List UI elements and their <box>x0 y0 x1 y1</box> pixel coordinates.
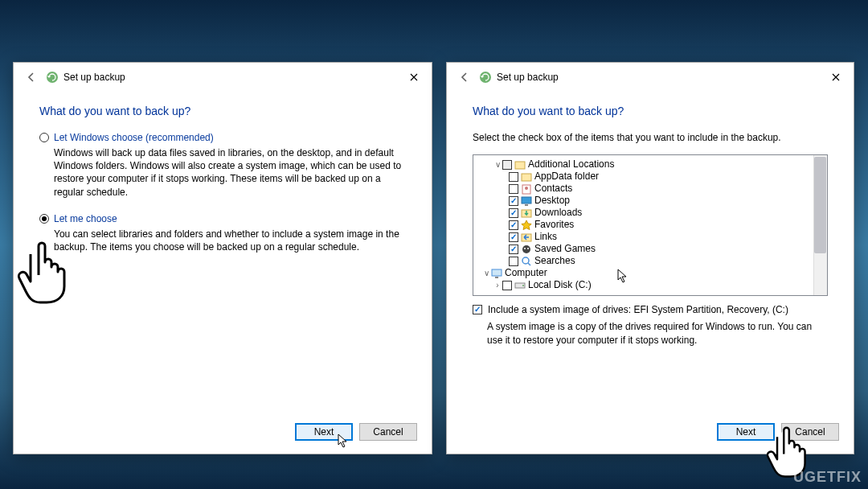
search-icon <box>521 256 532 267</box>
tree-label: Computer <box>505 267 547 279</box>
svg-rect-14 <box>492 269 502 276</box>
tree-label: Downloads <box>534 207 582 219</box>
include-system-image[interactable]: Include a system image of drives: EFI Sy… <box>473 304 828 315</box>
svg-point-11 <box>524 248 526 249</box>
locations-icon <box>514 159 526 171</box>
tree-inner: ∨ Additional Locations AppData folderCon… <box>473 155 827 294</box>
radio-icon <box>39 133 49 142</box>
checkbox-icon[interactable] <box>502 160 512 170</box>
collapse-icon[interactable]: ∨ <box>481 267 491 279</box>
scrollbar[interactable] <box>813 155 827 295</box>
svg-point-10 <box>522 245 530 253</box>
tree-node-computer[interactable]: ∨ Computer <box>475 267 825 279</box>
page-heading: What do you want to back up? <box>39 105 406 117</box>
window-title: Set up backup <box>63 72 125 83</box>
tree-node-local-disk[interactable]: › Local Disk (C:) <box>475 279 825 291</box>
checkbox-icon[interactable] <box>509 220 518 230</box>
svg-rect-7 <box>525 204 528 206</box>
svg-point-5 <box>525 187 528 190</box>
svg-point-12 <box>527 248 529 249</box>
cancel-button[interactable]: Cancel <box>781 423 839 441</box>
links-icon <box>521 232 532 243</box>
backup-icon <box>479 71 492 84</box>
option-let-me-choose[interactable]: Let me choose <box>39 213 406 224</box>
cancel-button[interactable]: Cancel <box>359 423 417 441</box>
tree-label: Searches <box>534 255 575 267</box>
content-area: What do you want to back up? Let Windows… <box>14 92 432 253</box>
backup-items-tree[interactable]: ∨ Additional Locations AppData folderCon… <box>473 154 828 296</box>
tree-item[interactable]: Favorites <box>475 219 825 231</box>
svg-point-13 <box>522 257 529 264</box>
checkbox-icon[interactable] <box>502 281 512 290</box>
radio-icon <box>39 214 49 224</box>
tree-item[interactable]: Saved Games <box>475 243 825 255</box>
checkbox-icon[interactable] <box>509 208 518 218</box>
next-label: Next <box>736 426 756 438</box>
tree-label: Saved Games <box>534 243 596 255</box>
tree-item[interactable]: Downloads <box>475 207 825 219</box>
system-image-description: A system image is a copy of the drives r… <box>487 320 828 347</box>
folder-icon <box>521 171 532 183</box>
back-arrow-icon[interactable] <box>23 69 39 85</box>
svg-rect-2 <box>515 162 525 169</box>
backup-wizard-step1: Set up backup What do you want to back u… <box>13 62 432 454</box>
expand-icon[interactable]: › <box>493 279 502 291</box>
tree-item[interactable]: Searches <box>475 255 825 267</box>
checkbox-icon[interactable] <box>509 257 518 266</box>
contacts-icon <box>521 183 532 195</box>
titlebar: Set up backup <box>447 63 854 92</box>
drive-icon <box>514 280 526 291</box>
collapse-icon[interactable]: ∨ <box>493 158 502 171</box>
svg-point-17 <box>522 285 524 286</box>
tree-label: Additional Locations <box>528 158 614 171</box>
svg-rect-15 <box>495 277 498 278</box>
option1-description: Windows will back up data files saved in… <box>54 146 406 199</box>
button-row: Next Cancel <box>717 423 839 441</box>
cancel-label: Cancel <box>373 426 403 438</box>
desktop-icon <box>521 195 532 207</box>
titlebar: Set up backup <box>14 63 432 92</box>
tree-label: Contacts <box>534 183 572 195</box>
checkbox-icon[interactable] <box>473 305 482 314</box>
next-button[interactable]: Next <box>717 423 775 441</box>
checkbox-icon[interactable] <box>509 196 518 206</box>
scrollbar-thumb[interactable] <box>814 157 826 253</box>
page-heading: What do you want to back up? <box>473 105 828 117</box>
next-label: Next <box>314 426 334 438</box>
watermark: UGETFIX <box>793 469 862 486</box>
tree-item[interactable]: Links <box>475 231 825 243</box>
option2-description: You can select libraries and folders and… <box>54 228 406 253</box>
games-icon <box>521 244 532 255</box>
option-let-windows-choose[interactable]: Let Windows choose (recommended) <box>39 132 406 143</box>
close-button[interactable] <box>825 69 847 85</box>
tree-label: Favorites <box>534 219 574 231</box>
tree-label: Desktop <box>534 195 570 207</box>
cancel-label: Cancel <box>795 426 825 438</box>
tree-item[interactable]: AppData folder <box>475 171 825 183</box>
window-title: Set up backup <box>497 72 559 83</box>
backup-icon <box>46 71 59 84</box>
checkbox-icon[interactable] <box>509 184 518 194</box>
button-row: Next Cancel <box>295 423 417 441</box>
tree-label: Links <box>534 231 557 243</box>
tree-item[interactable]: Contacts <box>475 183 825 195</box>
downloads-icon <box>521 208 532 219</box>
radio-label: Let me choose <box>54 213 117 224</box>
checkbox-icon[interactable] <box>509 172 518 182</box>
tree-item[interactable]: Desktop <box>475 195 825 207</box>
back-arrow-icon[interactable] <box>457 69 473 85</box>
tree-label: Local Disk (C:) <box>528 279 592 291</box>
instruction-text: Select the check box of the items that y… <box>473 132 828 143</box>
tree-label: AppData folder <box>534 171 599 183</box>
close-button[interactable] <box>403 69 425 85</box>
content-area: What do you want to back up? Select the … <box>447 92 854 347</box>
tree-node-additional-locations[interactable]: ∨ Additional Locations <box>475 158 825 171</box>
checkbox-icon[interactable] <box>509 244 518 254</box>
svg-rect-3 <box>522 174 531 181</box>
backup-wizard-step2: Set up backup What do you want to back u… <box>446 62 854 454</box>
system-image-label: Include a system image of drives: EFI Sy… <box>488 304 788 315</box>
radio-label: Let Windows choose (recommended) <box>54 132 214 143</box>
favorites-icon <box>521 220 532 231</box>
next-button[interactable]: Next <box>295 423 353 441</box>
checkbox-icon[interactable] <box>509 232 518 242</box>
